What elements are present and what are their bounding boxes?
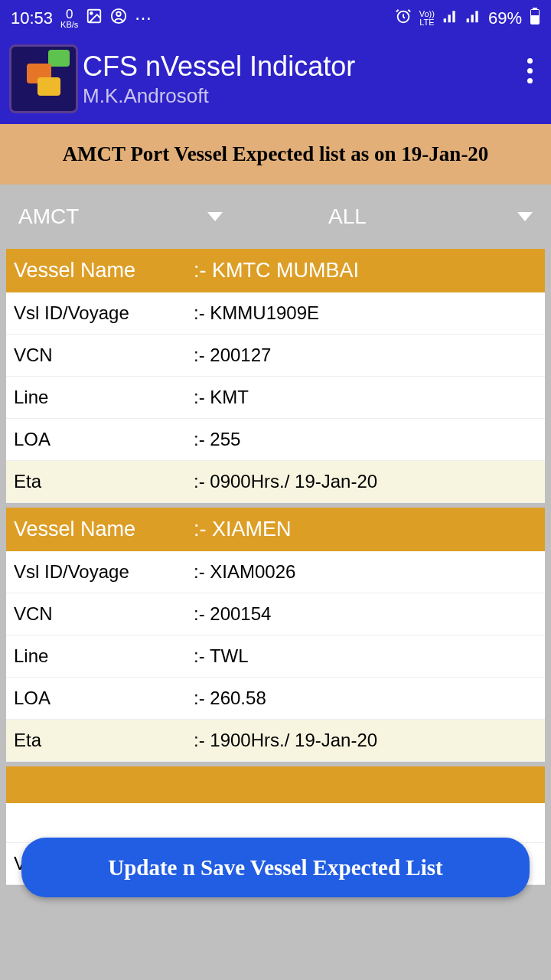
scope-dropdown-value: ALL (328, 204, 367, 229)
person-icon (110, 8, 127, 29)
chevron-down-icon (517, 212, 533, 221)
app-subtitle: M.K.Androsoft (83, 84, 542, 108)
table-row: Line :- KMT (6, 377, 545, 419)
page-banner: AMCT Port Vessel Expected list as on 19-… (0, 124, 551, 185)
port-dropdown-value: AMCT (18, 204, 79, 229)
signal-icon (442, 8, 458, 28)
status-bar: 10:53 0 KB/s ⋯ Vo))LTE 69% (0, 0, 551, 37)
svg-point-1 (90, 12, 93, 15)
vessel-header-row (6, 766, 545, 803)
scope-dropdown[interactable]: ALL (236, 204, 546, 229)
app-title: CFS nVessel Indicator (83, 51, 542, 83)
table-row: Vsl ID/Voyage :- KMMU1909E (6, 292, 545, 335)
filter-bar: AMCT ALL (0, 185, 551, 249)
port-dropdown[interactable]: AMCT (5, 204, 236, 229)
image-icon (86, 8, 103, 29)
table-row: VCN :- 200127 (6, 335, 545, 377)
app-logo-icon (9, 44, 78, 113)
table-row-eta: Eta :- 1900Hrs./ 19-Jan-20 (6, 720, 545, 762)
table-row: Line :- TWL (6, 635, 545, 678)
vessel-card: Vessel Name :- XIAMEN Vsl ID/Voyage :- X… (6, 508, 545, 762)
lte-icon: Vo))LTE (419, 10, 435, 27)
app-bar: CFS nVessel Indicator M.K.Androsoft (0, 37, 551, 124)
overflow-menu-icon[interactable] (527, 58, 533, 83)
svg-point-3 (117, 12, 122, 17)
vessel-header-row: Vessel Name :- XIAMEN (6, 508, 545, 551)
vessel-list[interactable]: Vessel Name :- KMTC MUMBAI Vsl ID/Voyage… (0, 249, 551, 885)
chevron-down-icon (207, 212, 223, 221)
svg-rect-6 (533, 8, 537, 10)
alarm-icon (395, 8, 412, 29)
update-save-button[interactable]: Update n Save Vessel Expected List (21, 838, 530, 897)
vessel-header-row: Vessel Name :- KMTC MUMBAI (6, 249, 545, 292)
table-row: VCN :- 200154 (6, 593, 545, 635)
battery-icon (530, 8, 540, 29)
vessel-card: Vessel Name :- KMTC MUMBAI Vsl ID/Voyage… (6, 249, 545, 503)
battery-text: 69% (488, 8, 522, 28)
table-row: LOA :- 255 (6, 419, 545, 461)
status-time: 10:53 (11, 8, 53, 28)
data-speed-icon: 0 KB/s (60, 8, 78, 29)
table-row: Vsl ID/Voyage :- XIAM0026 (6, 551, 545, 593)
svg-rect-7 (531, 10, 539, 15)
signal-icon-2 (465, 8, 481, 28)
table-row: LOA :- 260.58 (6, 678, 545, 720)
more-icon: ⋯ (135, 8, 152, 28)
table-row-eta: Eta :- 0900Hrs./ 19-Jan-20 (6, 461, 545, 503)
